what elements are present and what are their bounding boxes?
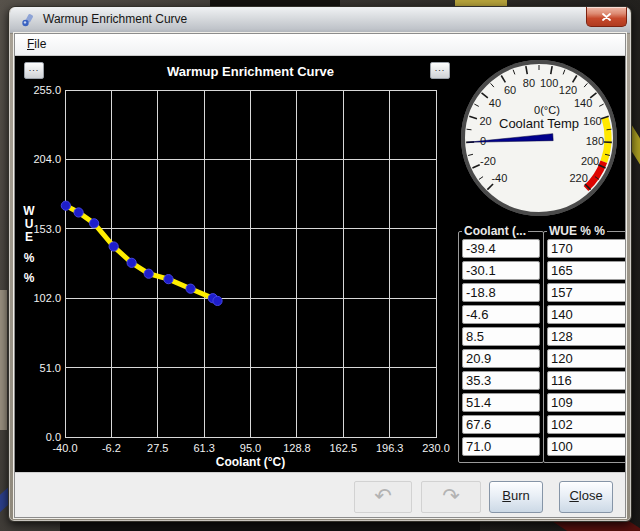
title-bar[interactable]: Warmup Enrichment Curve — [10, 7, 630, 34]
cell-input[interactable] — [462, 305, 540, 324]
cell-input[interactable] — [547, 349, 625, 368]
dialog-window: Warmup Enrichment Curve File ... ... -40… — [8, 6, 632, 522]
cell-input[interactable] — [462, 327, 540, 346]
cell-input[interactable] — [547, 371, 625, 390]
menu-file[interactable]: File — [19, 35, 54, 54]
svg-text:95.0: 95.0 — [240, 442, 261, 454]
svg-text:20: 20 — [479, 115, 491, 127]
cell-input[interactable] — [547, 415, 625, 434]
svg-text:180: 180 — [586, 135, 604, 147]
svg-text:162.5: 162.5 — [329, 442, 357, 454]
svg-text:U: U — [25, 217, 34, 231]
svg-text:%: % — [24, 271, 35, 285]
svg-text:-40: -40 — [491, 172, 507, 184]
window-title: Warmup Enrichment Curve — [43, 12, 187, 26]
redo-icon: ↷ — [442, 484, 460, 507]
svg-text:102.0: 102.0 — [33, 292, 61, 304]
svg-text:128.8: 128.8 — [283, 442, 311, 454]
cell-input[interactable] — [462, 239, 540, 258]
svg-text:230.0: 230.0 — [422, 442, 450, 454]
cell-input[interactable] — [547, 393, 625, 412]
app-icon — [20, 12, 36, 28]
svg-text:-6.2: -6.2 — [102, 442, 121, 454]
close-icon — [602, 13, 611, 21]
footer-button-bar: ↶ ↷ Burn Close — [15, 472, 625, 517]
cell-input[interactable] — [547, 327, 625, 346]
svg-text:E: E — [25, 230, 33, 244]
svg-text:200: 200 — [581, 155, 599, 167]
table-column-wue: WUE % % — [543, 224, 625, 463]
desktop-decoration — [0, 290, 7, 430]
svg-text:220: 220 — [569, 172, 587, 184]
cell-input[interactable] — [547, 305, 625, 324]
svg-text:-20: -20 — [480, 155, 496, 167]
window-client-area: File ... ... -40.0-6.227.561.395.0128.81… — [14, 33, 626, 518]
svg-text:160: 160 — [583, 115, 601, 127]
warmup-curve-chart[interactable]: -40.0-6.227.561.395.0128.8162.5196.3230.… — [15, 56, 455, 472]
svg-text:40: 40 — [489, 97, 501, 109]
svg-text:W: W — [23, 204, 35, 218]
svg-text:Warmup Enrichment Curve: Warmup Enrichment Curve — [167, 64, 334, 79]
coolant-temp-gauge: -40-200204060801001201401601802002200(°C… — [455, 56, 625, 220]
svg-text:100: 100 — [540, 77, 558, 89]
cell-input[interactable] — [462, 393, 540, 412]
desktop: { "window": { "title": "Warmup Enrichmen… — [0, 0, 640, 531]
cell-input[interactable] — [462, 371, 540, 390]
svg-text:-40.0: -40.0 — [52, 442, 77, 454]
close-button[interactable] — [586, 7, 627, 27]
redo-button[interactable]: ↷ — [421, 481, 481, 513]
cell-input[interactable] — [547, 261, 625, 280]
svg-text:Coolant Temp: Coolant Temp — [499, 116, 579, 131]
svg-text:255.0: 255.0 — [33, 84, 61, 96]
svg-text:Coolant (°C): Coolant (°C) — [216, 455, 285, 469]
svg-text:120: 120 — [559, 84, 577, 96]
svg-text:153.0: 153.0 — [33, 223, 61, 235]
cell-input[interactable] — [462, 283, 540, 302]
table-column-coolant: Coolant (... — [458, 224, 544, 463]
chart-options-button-right[interactable]: ... — [430, 62, 450, 79]
column-header: Coolant (... — [462, 224, 528, 238]
cell-input[interactable] — [462, 349, 540, 368]
svg-text:140: 140 — [574, 97, 592, 109]
svg-text:27.5: 27.5 — [147, 442, 168, 454]
svg-text:61.3: 61.3 — [193, 442, 214, 454]
svg-text:%: % — [24, 251, 35, 265]
menu-bar: File — [15, 34, 625, 56]
chart-options-button-left[interactable]: ... — [24, 62, 44, 79]
svg-text:0.0: 0.0 — [46, 431, 61, 443]
svg-text:0(°C): 0(°C) — [534, 104, 560, 116]
cell-input[interactable] — [462, 415, 540, 434]
cell-input[interactable] — [547, 283, 625, 302]
cell-input[interactable] — [462, 437, 540, 456]
cell-input[interactable] — [547, 437, 625, 456]
svg-text:80: 80 — [523, 77, 535, 89]
svg-text:60: 60 — [504, 84, 516, 96]
svg-text:51.0: 51.0 — [40, 362, 61, 374]
desktop-decoration — [60, 522, 480, 531]
cell-input[interactable] — [547, 239, 625, 258]
svg-text:196.3: 196.3 — [376, 442, 404, 454]
editor-panel: ... ... -40.0-6.227.561.395.0128.8162.51… — [15, 56, 625, 472]
close-dialog-button[interactable]: Close — [559, 481, 613, 513]
undo-icon: ↶ — [374, 484, 392, 507]
burn-button[interactable]: Burn — [489, 481, 543, 513]
cell-input[interactable] — [462, 261, 540, 280]
undo-button[interactable]: ↶ — [354, 481, 412, 513]
svg-text:204.0: 204.0 — [33, 153, 61, 165]
column-header: WUE % % — [547, 224, 607, 238]
